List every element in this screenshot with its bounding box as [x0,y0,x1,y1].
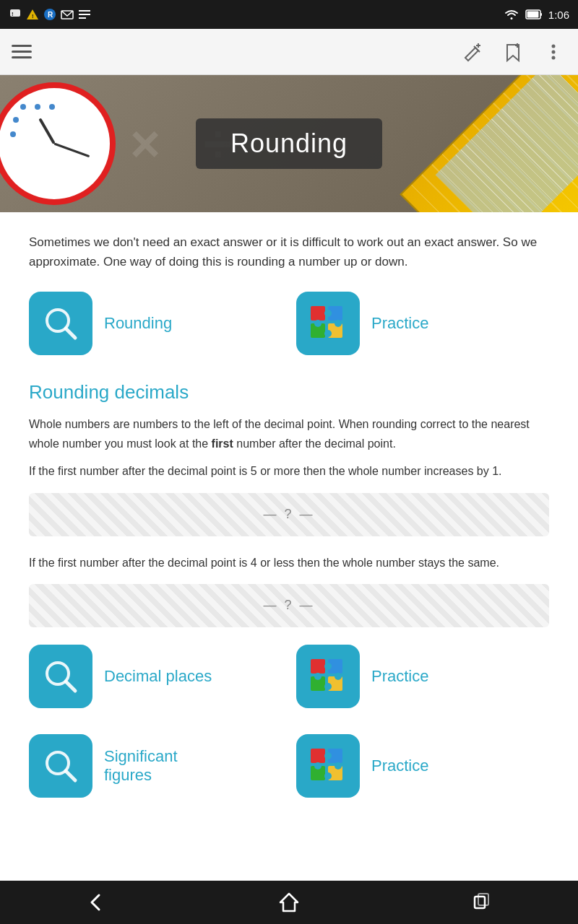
bottom-nav [0,881,578,924]
svg-line-32 [66,681,75,691]
search-icon-2 [42,658,79,695]
toolbar [0,29,578,75]
bookmark-plus-icon [503,42,523,62]
warning-icon: ! [26,8,39,21]
edit-plus-icon [462,42,483,62]
svg-point-18 [552,44,556,48]
status-icons-left: ! ! R [9,8,91,21]
svg-point-20 [552,56,556,59]
more-vertical-icon [543,42,564,62]
svg-point-47 [324,752,332,759]
svg-point-40 [335,673,342,680]
recent-apps-button[interactable] [469,889,495,915]
rounding-card[interactable]: Rounding [29,292,282,355]
home-icon [276,889,302,915]
svg-marker-51 [280,894,298,911]
bookmark-plus-button[interactable] [500,39,526,65]
card-row-3: Significantfigures Practice [29,734,549,798]
toolbar-right [460,39,566,65]
back-arrow-icon [83,889,109,915]
mail-icon [61,8,74,21]
decimal-places-card-icon [29,645,92,708]
clock-illustration [0,82,116,205]
svg-rect-53 [478,894,488,905]
rounding-card-icon [29,292,92,355]
svg-rect-43 [311,749,325,763]
svg-line-22 [66,328,75,338]
decimal-places-card[interactable]: Decimal places [29,645,282,708]
svg-rect-8 [79,14,90,15]
bars-icon [78,8,91,21]
para1-end: number after the decimal point. [233,437,396,450]
search-icon-3 [42,747,79,785]
svg-rect-11 [540,13,542,16]
rounding-para-2: If the first number after the decimal po… [29,462,549,481]
card-row-1: Rounding Practice [29,292,549,355]
back-button[interactable] [83,889,109,915]
puzzle-icon-3 [308,746,348,786]
puzzle-icon-1 [308,303,348,344]
card-row-2: Decimal places Practice [29,645,549,708]
rounding-para-3: If the first number after the decimal po… [29,554,549,572]
placeholder-box-2: — ? — [29,584,549,627]
svg-line-42 [66,771,75,780]
rounding-card-label: Rounding [104,314,172,333]
svg-rect-12 [527,12,538,18]
practice-card-1-label: Practice [371,314,428,333]
svg-point-19 [552,50,556,53]
hero-banner: ×÷ Rounding [0,75,578,212]
svg-point-48 [324,772,332,780]
para1-bold: first [212,437,233,450]
home-button[interactable] [276,889,302,915]
svg-rect-7 [79,10,90,12]
status-bar: ! ! R 1:06 [0,0,578,29]
practice-card-3-label: Practice [371,757,428,775]
svg-rect-23 [311,306,325,321]
rounding-decimals-heading: Rounding decimals [29,381,549,404]
practice-card-2[interactable]: Practice [296,645,549,708]
menu-button[interactable] [12,45,32,58]
significant-figures-card-icon [29,734,92,798]
svg-point-29 [314,320,322,327]
svg-point-30 [335,320,342,327]
svg-rect-33 [311,659,325,674]
rounding-para-1: Whole numbers are numbers to the left of… [29,415,549,453]
practice-card-3[interactable]: Practice [296,734,549,798]
practice-card-2-label: Practice [371,667,428,686]
svg-point-49 [314,762,322,770]
battery-icon [525,8,543,21]
svg-point-28 [324,330,332,337]
svg-point-37 [324,663,332,670]
edit-plus-button[interactable] [460,39,486,65]
clock-display: 1:06 [548,9,569,21]
svg-point-50 [335,762,342,770]
toolbar-left [12,45,32,58]
practice-card-1-icon [296,292,360,355]
svg-point-27 [324,310,332,317]
svg-text:!: ! [32,13,34,19]
more-button[interactable] [540,39,566,65]
svg-point-39 [314,673,322,680]
significant-figures-card-label: Significantfigures [104,747,178,785]
wifi-icon [504,8,519,21]
recent-apps-icon [469,889,495,915]
main-content: Sometimes we don't need an exact answer … [0,212,578,894]
placeholder-box-1: — ? — [29,493,549,536]
svg-rect-52 [475,897,485,908]
hero-title: Rounding [196,118,382,169]
practice-card-1[interactable]: Practice [296,292,549,355]
search-icon [42,305,79,342]
puzzle-icon-2 [308,656,348,697]
r-icon: R [43,8,56,21]
intro-paragraph: Sometimes we don't need an exact answer … [29,232,549,271]
notification-icon: ! [9,8,22,21]
practice-card-3-icon [296,734,360,798]
svg-point-38 [324,683,332,690]
svg-text:!: ! [12,11,14,17]
placeholder-1-text: — ? — [263,507,314,522]
decimal-places-card-label: Decimal places [104,667,212,686]
significant-figures-card[interactable]: Significantfigures [29,734,282,798]
placeholder-2-text: — ? — [263,598,314,613]
svg-rect-9 [79,17,86,19]
status-icons-right: 1:06 [504,8,569,21]
